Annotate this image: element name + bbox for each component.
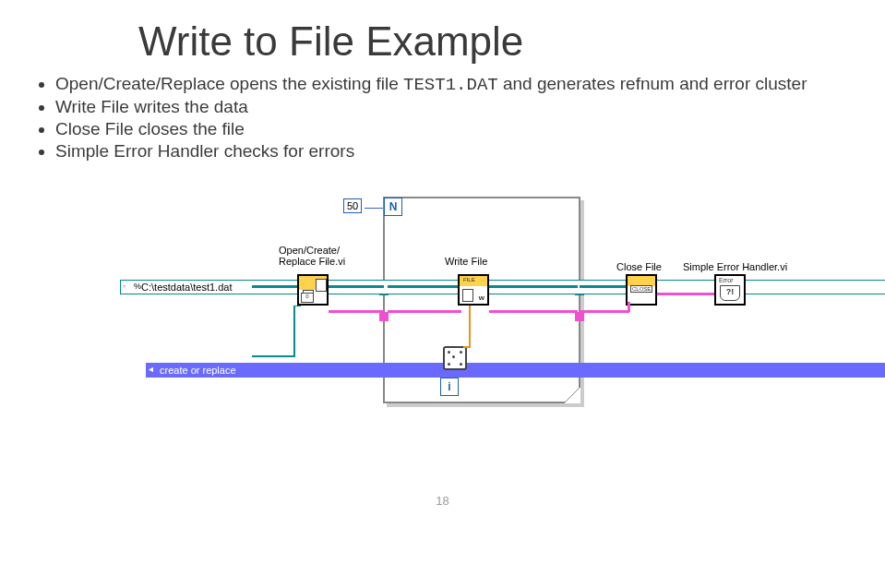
list-item: Write File writes the data	[55, 97, 848, 117]
bullet-text: Open/Create/Replace opens the existing f…	[55, 74, 403, 93]
close-text-icon: CLOSE	[630, 285, 652, 293]
loop-N: N	[384, 198, 402, 216]
page-number: 18	[37, 494, 848, 508]
constant-50: 50	[343, 198, 362, 213]
error-handler-icon: Error ?!	[714, 274, 746, 306]
wire-orange	[469, 306, 471, 346]
error-text-icon: Error	[719, 277, 734, 283]
wire-orange	[463, 346, 471, 348]
close-vi-label: Close File	[616, 261, 662, 272]
error-vi-label: Simple Error Handler.vi	[683, 261, 787, 272]
wire-green	[329, 285, 384, 288]
mode-selector[interactable]: create or replace	[146, 363, 885, 378]
wire-pink	[628, 302, 630, 312]
wire-pink	[388, 310, 461, 313]
wire-pink	[580, 310, 629, 313]
wire-pink	[657, 293, 714, 295]
open-vi-icon: 0	[297, 274, 329, 306]
loop-corner	[564, 387, 580, 403]
wire-green	[580, 285, 626, 288]
bullet-code: TEST1.DAT	[403, 75, 498, 95]
page-title: Write to File Example	[138, 18, 848, 65]
file-text-icon: FILE	[463, 277, 475, 282]
zero-icon: 0	[301, 293, 314, 303]
wire-pink	[489, 310, 578, 313]
bullet-text: Write File writes the data	[55, 97, 248, 116]
write-vi-icon: FILE w	[458, 274, 489, 306]
list-item: Close File closes the file	[55, 119, 848, 139]
bullet-text: and generates refnum and error cluster	[498, 74, 807, 93]
wire-green	[489, 285, 578, 288]
wire-green	[252, 285, 297, 288]
tunnel	[379, 312, 389, 321]
write-vi-label: Write File	[445, 256, 487, 267]
wire-green	[252, 355, 293, 357]
list-item: Simple Error Handler checks for errors	[55, 141, 848, 162]
wire-pink	[329, 310, 384, 313]
wire-green	[293, 306, 301, 306]
bullet-list: Open/Create/Replace opens the existing f…	[55, 74, 848, 162]
block-diagram: 50 N i %C:\testdata\test1.dat create or …	[37, 189, 849, 466]
list-item: Open/Create/Replace opens the existing f…	[55, 74, 848, 95]
open-vi-label: Open/Create/Replace File.vi	[279, 245, 345, 267]
random-vi-icon	[443, 346, 467, 370]
wire	[365, 208, 383, 209]
close-vi-icon: CLOSE	[626, 274, 657, 306]
tunnel	[575, 312, 584, 321]
w-icon: w	[479, 294, 484, 302]
wire-green	[388, 285, 461, 288]
bullet-text: Close File closes the file	[55, 119, 245, 138]
bullet-text: Simple Error Handler checks for errors	[55, 141, 354, 161]
error-bang-icon: ?!	[720, 285, 740, 301]
wire-green	[293, 306, 295, 357]
path-text: C:\testdata\test1.dat	[141, 282, 232, 293]
loop-i: i	[440, 378, 459, 396]
